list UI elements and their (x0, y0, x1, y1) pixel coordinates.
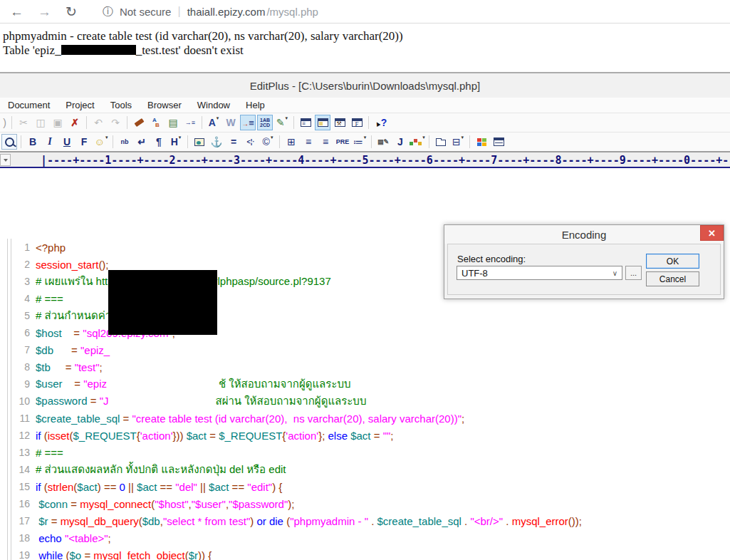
windows-icon[interactable] (474, 134, 489, 150)
toolbar-separator (429, 135, 429, 148)
paragraph-icon[interactable]: ¶ (151, 134, 167, 150)
nonbreaking-space-icon[interactable]: nb (117, 134, 132, 150)
function-list-window-icon[interactable] (349, 115, 365, 130)
word-wrap-icon[interactable]: →≡ (240, 115, 256, 130)
horizontal-rule-icon[interactable]: = (226, 134, 241, 150)
find-in-files-icon[interactable]: ▤ (165, 115, 181, 130)
menu-window[interactable]: Window (189, 100, 238, 110)
font-icon[interactable]: A▾ (206, 115, 221, 130)
list-icon[interactable]: ≔▾ (352, 134, 367, 150)
document-list-window-icon[interactable] (298, 115, 313, 130)
code-text: # ส่วนแสดงผลหลัก ทั้งปกติ และหลังกดปุ่ม … (36, 461, 286, 478)
site-info-icon[interactable]: ⓘ (103, 5, 113, 19)
comment-icon[interactable]: <¦· (243, 134, 259, 150)
browser-toolbar: ← → ↻ ⓘ Not secure | thaiall.epizy.com/m… (0, 0, 730, 24)
code-line[interactable]: 8$tb = "test"; (0, 358, 730, 375)
menu-help[interactable]: Help (238, 100, 273, 110)
browser-preview-icon[interactable] (1, 134, 17, 150)
code-line[interactable]: 9$user = "epizช้ ให้สอบถามจากผู้ดูแลระบบ (0, 375, 730, 393)
reload-icon[interactable]: ↻ (66, 5, 77, 19)
toolbar-html: BIUF☺▾nb↵¶H▾⚓=<¦·©▾⊞≡≡PRE≔▾▤✎J▾⊟▾ (0, 132, 730, 151)
watermark-icon[interactable]: W (223, 115, 239, 130)
paste-icon[interactable]: ▣ (50, 115, 66, 130)
code-line[interactable]: 10$password = "Jสผ่าน ให้สอบถามจากผู้ดูแ… (0, 393, 730, 410)
menu-browser[interactable]: Browser (140, 100, 189, 110)
heading-icon[interactable]: H▾ (168, 134, 184, 150)
code-line[interactable]: 14# ส่วนแสดงผลหลัก ทั้งปกติ และหลังกดปุ่… (0, 461, 730, 478)
redo-icon[interactable]: ↷ (108, 115, 123, 130)
replace-icon[interactable]: AB (148, 115, 164, 130)
align-center-icon[interactable]: ≡ (301, 134, 316, 150)
code-text: if (strlen($act) == 0 || $act == "del" |… (36, 481, 282, 493)
table-icon[interactable]: ⊞ (283, 134, 299, 150)
anchor-icon[interactable]: ⚓ (209, 134, 224, 150)
code-text: session_start(); (36, 259, 109, 271)
code-text: $tb = "test"; (36, 361, 103, 373)
page-text-line1: phpmyadmin - create table test (id varch… (3, 29, 730, 43)
italic-icon[interactable]: I (42, 134, 58, 150)
forward-icon[interactable]: → (38, 5, 51, 19)
browse-button[interactable]: ... (625, 266, 642, 280)
ok-button[interactable]: OK (646, 254, 699, 269)
undo-icon[interactable]: ↶ (90, 115, 106, 130)
encoding-select[interactable]: UTF-8 ∨ (457, 266, 622, 280)
code-line[interactable]: 16 $conn = mysql_connect("$host","$user"… (0, 495, 730, 512)
code-text: # === (36, 293, 63, 305)
copy-icon[interactable]: ◫ (33, 115, 48, 130)
image-icon[interactable] (192, 134, 207, 150)
code-line[interactable]: 11$create_table_sql = "create table test… (0, 410, 730, 427)
line-number: 5 (9, 310, 36, 321)
code-line[interactable]: 18 echo "<table>"; (0, 529, 730, 546)
align-right-icon[interactable]: ≡ (318, 134, 333, 150)
layout-icon[interactable]: ⊟▾ (450, 134, 466, 150)
menu-document[interactable]: Document (0, 100, 58, 110)
cancel-button[interactable]: Cancel (646, 271, 699, 286)
toolbar-separator (279, 135, 280, 148)
code-line[interactable]: 7$db = "epiz_ (0, 341, 730, 358)
close-button[interactable]: ✕ (700, 225, 724, 241)
context-help-icon[interactable]: ▲? (372, 115, 388, 130)
folder-icon[interactable] (433, 134, 449, 150)
emoticon-icon[interactable]: ☺▾ (93, 134, 109, 150)
menu-tools[interactable]: Tools (103, 100, 140, 110)
cliptext-icon[interactable]: ✎▾ (274, 115, 290, 130)
code-line[interactable]: 19 while ($o = mysql_fetch_object($r)) { (0, 546, 730, 560)
toolbar-separator (113, 135, 113, 148)
menu-project[interactable]: Project (58, 100, 102, 110)
sort-icon[interactable]: 1AB2CD (257, 115, 273, 130)
preformatted-icon[interactable]: PRE (335, 134, 350, 150)
line-number: 11 (9, 413, 36, 424)
code-line[interactable]: 15if (strlen($act) == 0 || $act == "del"… (0, 478, 730, 495)
find-icon[interactable] (131, 115, 147, 130)
code-line[interactable]: 17 $r = mysql_db_query($db,"select * fro… (0, 512, 730, 529)
cut-icon[interactable]: ✂ (16, 115, 31, 130)
delete-icon[interactable]: ✗ (67, 115, 83, 130)
line-number: 17 (9, 515, 36, 527)
toolbar-separator (469, 135, 470, 148)
encoding-dialog: Encoding ✕ Select encoding: UTF-8 ∨ ... … (444, 224, 724, 299)
toolbar-separator (127, 116, 127, 129)
script-icon[interactable]: ▤✎ (375, 134, 391, 150)
output-window-icon[interactable] (332, 115, 348, 130)
ruler-dropdown[interactable] (0, 154, 11, 166)
code-line[interactable]: 12if (isset($_REQUEST{'action'})) $act =… (0, 427, 730, 444)
special-character-icon[interactable]: ©▾ (260, 134, 276, 150)
sidebar-window-icon[interactable] (315, 115, 330, 130)
javascript-icon[interactable]: J (392, 134, 408, 150)
goto-line-icon[interactable]: →≡ (182, 115, 198, 130)
line-number: 9 (9, 378, 36, 390)
line-number: 19 (9, 549, 36, 560)
line-break-icon[interactable]: ↵ (134, 134, 150, 150)
split-window-icon[interactable] (491, 134, 506, 150)
bold-icon[interactable]: B (25, 134, 41, 150)
underline-icon[interactable]: U (59, 134, 75, 150)
code-line[interactable]: 13# === (0, 444, 730, 461)
new-document-icon[interactable]: ) (1, 115, 8, 130)
back-icon[interactable]: ← (10, 5, 24, 19)
font-color-icon[interactable]: F (76, 134, 92, 150)
objects-icon[interactable]: ▾ (410, 134, 425, 150)
dialog-titlebar[interactable]: Encoding ✕ (444, 225, 724, 244)
window-titlebar[interactable]: EditPlus - [C:\Users\burin\Downloads\mys… (0, 72, 730, 98)
address-bar[interactable]: ⓘ Not secure | thaiall.epizy.com/mysql.p… (103, 5, 318, 19)
menu-bar: DocumentProjectToolsBrowserWindowHelp (0, 98, 730, 113)
